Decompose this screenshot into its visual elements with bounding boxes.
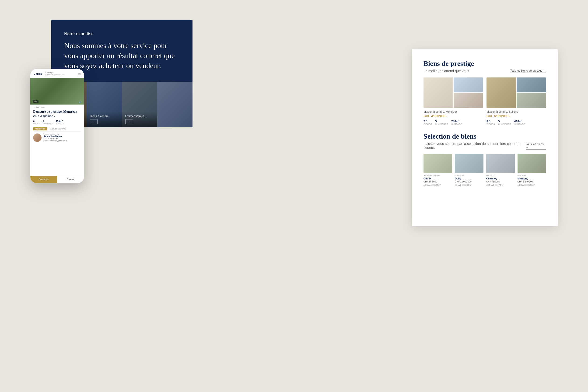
card-1-pieces: 7.5 PIÈCES [424,120,432,125]
white-panel: Biens de prestige Le meilleur n'attend q… [412,49,558,226]
phone-inner: Cardis Sotheby'sINTERNATIONAL REALTY ⊞ 1… [30,69,84,183]
card-2-surface-val: 410m² [514,120,525,123]
strip-btn-estimer[interactable]: → [125,119,133,124]
sel-price-3: CHF 780'000 [486,180,515,183]
sel-type-4: MAISON [518,174,546,177]
card-1-surface-lbl: SURFACE [451,123,462,125]
prestige-img-a3 [454,93,483,108]
phone-action-buttons: Contacter Chatter [30,176,84,183]
strip-label-estimer: Estimer votre b... [125,114,154,118]
phone-pieces-label: PIÈCES [33,123,40,124]
sel-type-3: MAISON [486,174,515,177]
phone-property-image: 1/9 🔊 [30,78,84,104]
strip-label-vendre: Biens à vendre [90,114,118,118]
sel-type-2: MAISON [455,174,483,177]
phone-property-title: Demeure de prestige, Montreux [33,110,81,114]
selection-section: Sélection de biens Laissez-vous séduire … [424,132,546,186]
selection-card-4[interactable]: MAISON Martigny CHF 1'240'000 ⌂4.5 🛏3 ⬜1… [518,154,546,186]
prestige-img-b2 [516,78,546,92]
card-2-pieces-val: 8.5 [486,120,495,123]
strip-item-vendre[interactable]: Biens à vendre → [86,82,122,127]
card-1-location: Maison à vendre, Montreux [424,110,483,114]
phone-price: CHF 4'900'000.- [33,114,81,118]
search-icon[interactable]: ⊞ [78,72,81,76]
chatter-button[interactable]: Chatter [57,176,84,183]
phone-logo-cardis: Cardis [34,72,42,75]
sel-name-3: Charmey [486,177,515,180]
agent-tel: +41 21 781 01 45 [44,138,81,140]
card-2-surface: 410m² SURFACE [514,120,525,125]
phone-location: Montreux [33,106,81,109]
phone-pieces-value: 6 [33,120,34,123]
selection-img-2 [455,154,483,173]
expertise-label: Notre expertise [64,32,180,36]
card-1-surface: 240m² SURFACE [451,120,462,125]
prestige-img-a2 [454,78,483,92]
card-2-specs: 8.5 PIÈCES 5 CHAMBRES 410m² SURFACE [486,120,546,125]
prestige-card-1-image [424,78,483,108]
card-2-surface-lbl: SURFACE [514,123,525,125]
phone-spec-chambres: 4 CHAMBRES [43,120,53,124]
phone-specs: 6 PIÈCES 4 CHAMBRES 270m² SURFACE [33,120,81,124]
phone-logo-sothebys: Sotheby'sINTERNATIONAL REALTY [44,72,64,76]
strip-item-4[interactable] [157,82,192,127]
card-1-specs: 7.5 PIÈCES 5 CHAMBRES 240m² SURFACE [424,120,483,125]
card-2-pieces-lbl: PIÈCES [486,123,495,125]
prestige-subtitle: Le meilleur n'attend que vous. [424,69,474,73]
sel-specs-3: ⌂5.5 🛏3 ⬜178m² [486,184,515,186]
phone-mockup: Cardis Sotheby'sINTERNATIONAL REALTY ⊞ 1… [30,69,84,183]
card-2-location: Maison à vendre, Sullens [486,110,546,114]
prestige-card-2-image [486,78,546,108]
expertise-text: Nous sommes à votre service pour vous ap… [64,40,180,71]
strip-item-estimer[interactable]: Estimer votre b... → [122,82,157,127]
card-1-price: CHF 4'900'000.- [424,114,483,118]
selection-card-2[interactable]: MAISON Dully CHF 21'000'000 ⌂9 🛏7 ⬜1255m… [455,154,483,186]
phone-agent-section: VOTRE COURTIÈRE Amandine Meyer +41 21 78… [33,131,81,144]
phone-surface-value: 270m² [56,120,63,123]
prestige-badge: PRESTIGE [33,128,47,130]
card-1-pieces-lbl: PIÈCES [424,123,432,125]
card-2-pieces: 8.5 PIÈCES [486,120,495,125]
selection-subtitle: Laissez-vous séduire par la sélection de… [424,142,526,150]
phone-spec-pieces: 6 PIÈCES [33,120,40,124]
phone-chambres-label: CHAMBRES [43,123,53,124]
card-1-chambres-lbl: CHAMBRES [435,123,448,125]
card-2-price: CHF 5'950'000.- [486,114,546,118]
phone-header: Cardis Sotheby'sINTERNATIONAL REALTY ⊞ [30,69,84,78]
sel-specs-2: ⌂9 🛏7 ⬜1255m² [455,184,483,186]
selection-link[interactable]: Tous les biens → [526,142,546,150]
phone-surface-label: SURFACE [56,123,64,124]
selection-card-1[interactable]: APPARTEMENT Choëx CHF 856'000 ⌂6.5 🛏4 ⬜1… [424,154,452,186]
sel-price-2: CHF 21'000'000 [455,180,483,183]
phone-reference: Référence #9748 [50,128,66,130]
prestige-img-a1 [424,78,453,108]
sound-icon[interactable]: 🔊 [79,100,82,103]
sel-specs-4: ⌂4.5 🛏3 ⬜134m² [518,184,546,186]
sel-price-4: CHF 1'240'000 [518,180,546,183]
sel-price-1: CHF 856'000 [424,180,452,183]
card-2-chambres-lbl: CHAMBRES [498,123,511,125]
prestige-img-b1 [486,78,516,108]
sel-name-4: Martigny [518,177,546,180]
agent-info: VOTRE COURTIÈRE Amandine Meyer +41 21 78… [44,134,81,142]
card-2-chambres-val: 5 [498,120,511,123]
card-1-chambres-val: 5 [435,120,448,123]
phone-spec-surface: 270m² SURFACE [56,120,64,124]
card-1-pieces-val: 7.5 [424,120,432,123]
card-2-chambres: 5 CHAMBRES [498,120,511,125]
prestige-link[interactable]: Tous les biens de prestige → [510,69,546,73]
selection-img-1 [424,154,452,173]
strip-btn-vendre[interactable]: → [90,119,98,124]
phone-chambres-value: 4 [43,120,44,123]
selection-title: Sélection de biens [424,132,526,140]
card-1-surface-val: 240m² [451,120,462,123]
sel-name-1: Choëx [424,177,452,180]
contact-button[interactable]: Contacter [30,176,57,183]
sel-type-1: APPARTEMENT [424,174,452,177]
selection-card-3[interactable]: MAISON Charmey CHF 780'000 ⌂5.5 🛏3 ⬜178m… [486,154,515,186]
selection-img-3 [486,154,515,173]
prestige-card-2[interactable]: Maison à vendre, Sullens CHF 5'950'000.-… [486,78,546,125]
prestige-title: Biens de prestige [424,60,474,68]
agent-role: VOTRE COURTIÈRE [44,134,81,135]
prestige-card-1[interactable]: Maison à vendre, Montreux CHF 4'900'000.… [424,78,483,125]
